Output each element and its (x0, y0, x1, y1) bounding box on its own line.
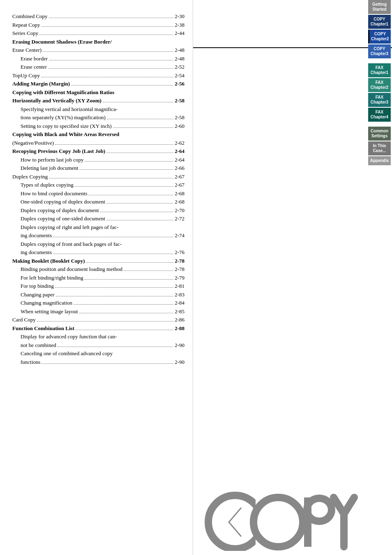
toc-dots (75, 186, 173, 187)
toc-dots (49, 18, 174, 18)
toc-entry: Display for advanced copy function that … (12, 333, 184, 341)
toc-title: TopUp Copy (12, 72, 40, 80)
toc-title: Duplex copying of right and left pages o… (21, 223, 184, 231)
toc-page: 2-90 (175, 358, 184, 366)
toc-page: 2-90 (175, 341, 184, 349)
toc-title: Recopying Previous Copy Job (Last Job) (12, 147, 105, 155)
toc-title: Canceling one of combined advanced copy (21, 349, 184, 358)
chapter-header (193, 0, 392, 48)
toc-title: Duplex copying of front and back pages o… (21, 240, 184, 248)
toc-title: Card Copy (12, 316, 36, 324)
toc-entry: How to bind copied documents2-68 (12, 190, 184, 198)
toc-title: Adding Margin (Margin) (12, 80, 70, 88)
toc-title: Erasing Document Shadows (Erase Border/ (12, 38, 112, 46)
toc-dots (48, 68, 173, 69)
toc-dots (53, 254, 173, 254)
toc-dots (55, 287, 173, 288)
toc-title: Copying with Different Magnification Rat… (12, 88, 184, 97)
toc-title: How to perform last job copy (21, 156, 83, 164)
toc-title: Binding position and document loading me… (21, 265, 122, 273)
toc-title: Specifying vertical and horizontal magni… (21, 105, 184, 113)
toc-dots (42, 26, 174, 27)
toc-title: ing documents (21, 248, 52, 257)
toc-dots (79, 313, 173, 313)
toc-dots (100, 212, 174, 212)
toc-page: 2-54 (175, 72, 184, 80)
toc-dots (49, 178, 173, 178)
toc-entry: ing documents2-76 (12, 248, 184, 257)
toc-page: 2-72 (175, 215, 184, 223)
nav-tab-fax-chapter3[interactable]: FAXChapter3 (368, 93, 391, 107)
toc-dots (55, 144, 173, 145)
toc-title: Duplex copying of one-sided document (21, 215, 105, 223)
nav-tab-fax-chapter1[interactable]: FAXChapter1 (368, 63, 391, 77)
toc-entry: Canceling one of combined advanced copy (12, 349, 184, 358)
toc-page: 2-68 (175, 198, 184, 206)
toc-page: 2-64 (175, 156, 184, 164)
toc-title: ing documents (21, 231, 52, 240)
toc-page: 2-58 (175, 97, 184, 105)
nav-tab-copy-chapter2[interactable]: COPYChapter2 (368, 30, 391, 44)
toc-dots (41, 77, 173, 77)
toc-dots (106, 203, 173, 204)
toc-entry: Copying with Different Magnification Rat… (12, 88, 184, 97)
toc-entry: Function Combination List2-88 (12, 324, 184, 333)
toc-entry: How to perform last job copy2-64 (12, 156, 184, 164)
toc-page: 2-85 (175, 308, 184, 316)
toc-page: 2-79 (175, 274, 184, 282)
toc-title: Erase center (21, 63, 47, 71)
toc-entry: Adding Margin (Margin)2-56 (12, 80, 184, 88)
nav-tab-getting-started[interactable]: GettingStarted (368, 0, 391, 14)
toc-entry: Repeat Copy2-38 (12, 21, 184, 29)
toc-page: 2-48 (175, 46, 184, 54)
toc-title: Duplex copying of duplex document (21, 206, 99, 215)
toc-title: Types of duplex copying (21, 181, 74, 189)
toc-entry: Types of duplex copying2-67 (12, 181, 184, 189)
toc-dots (124, 271, 173, 271)
toc-entry: Horizontally and Vertically (XY Zoom)2-5… (12, 97, 184, 105)
toc-dots (39, 35, 173, 35)
toc-page: 2-74 (175, 231, 184, 240)
toc-dots (74, 304, 173, 305)
nav-tab-appendix[interactable]: Appendix (368, 156, 391, 165)
toc-entry: Deleting last job document2-66 (12, 164, 184, 172)
nav-tab-fax-chapter2[interactable]: FAXChapter2 (368, 78, 391, 92)
toc-title: Combined Copy (12, 12, 48, 21)
toc-page: 2-67 (175, 181, 184, 189)
toc-dots (107, 119, 173, 119)
toc-dots (43, 51, 173, 52)
toc-page: 2-64 (175, 147, 184, 155)
nav-tab-in-this-case[interactable]: In ThisCase... (368, 141, 391, 155)
toc-entry: Binding position and document loading me… (12, 265, 184, 273)
toc-title: One-sided copying of duplex document (21, 198, 105, 206)
toc-title: Display for advanced copy function that … (21, 333, 184, 341)
toc-title: not be combined (21, 341, 56, 349)
toc-entry: For top binding2-81 (12, 282, 184, 290)
nav-tab-copy-chapter3[interactable]: COPYChapter3 (368, 44, 391, 58)
toc-dots (79, 169, 173, 170)
toc-page: 2-84 (175, 299, 184, 307)
toc-page: 2-38 (175, 21, 184, 29)
chapter-title (201, 8, 384, 43)
toc-page: 2-48 (175, 55, 184, 63)
toc-title: Horizontally and Vertically (XY Zoom) (12, 97, 101, 105)
toc-title: Series Copy (12, 29, 38, 37)
toc-entry: Series Copy2-44 (12, 29, 184, 37)
toc-page: 2-68 (175, 190, 184, 198)
toc-entry: Card Copy2-86 (12, 316, 184, 324)
toc-entry: One-sided copying of duplex document2-68 (12, 198, 184, 206)
toc-title: Setting to copy to specified size (XY in… (21, 122, 112, 130)
nav-tab-copy-chapter1[interactable]: COPYChapter1 (368, 15, 391, 29)
toc-page: 2-78 (175, 265, 184, 273)
toc-page: 2-81 (175, 282, 184, 290)
toc-dots (106, 153, 173, 153)
nav-tab-fax-chapter4[interactable]: FAXChapter4 (368, 108, 391, 122)
toc-page: 2-30 (175, 12, 184, 21)
toc-title: Duplex Copying (12, 173, 48, 181)
toc-title: Erase Center) (12, 46, 42, 54)
toc-entry: Duplex copying of front and back pages o… (12, 240, 184, 248)
toc-title: (Negative/Positive) (12, 139, 54, 147)
toc-entry: Making Booklet (Booklet Copy)2-78 (12, 257, 184, 265)
nav-tab-common-settings[interactable]: CommonSettings (368, 127, 391, 141)
toc-entry: functions2-90 (12, 358, 184, 366)
